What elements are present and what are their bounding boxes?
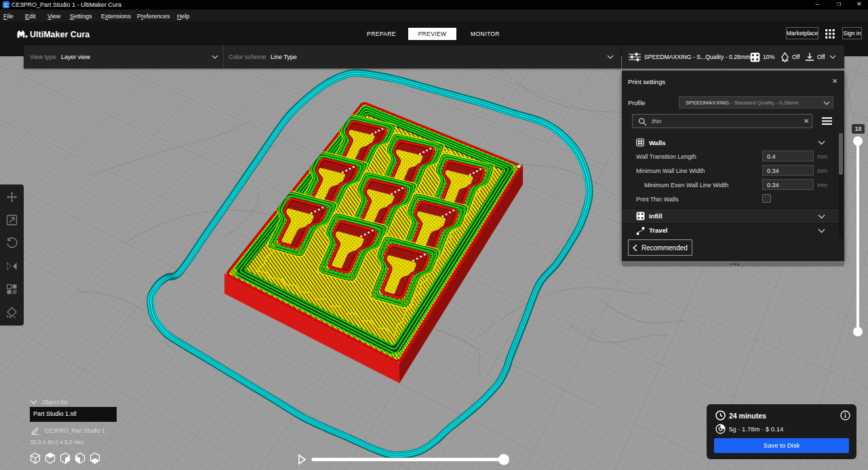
svg-text:C: C xyxy=(4,2,8,8)
